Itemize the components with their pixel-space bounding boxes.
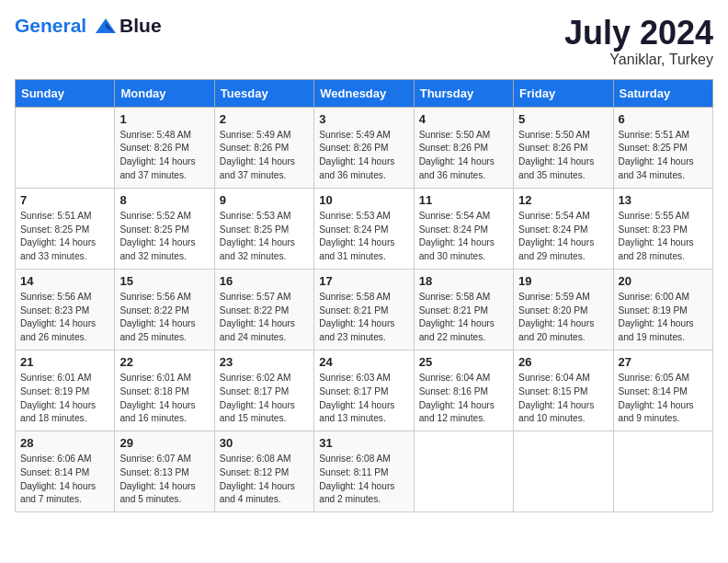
calendar-cell: 2Sunrise: 5:49 AMSunset: 8:26 PMDaylight…: [214, 107, 313, 188]
daylight-text: Daylight: 14 hoursand 23 minutes.: [319, 317, 408, 345]
daylight-text: Daylight: 14 hoursand 33 minutes.: [20, 236, 109, 264]
sunrise-text: Sunrise: 6:06 AM: [20, 453, 109, 466]
sunset-text: Sunset: 8:22 PM: [220, 304, 309, 318]
col-header-monday: Monday: [115, 79, 214, 107]
daylight-text: Daylight: 14 hoursand 10 minutes.: [518, 399, 608, 427]
sunset-text: Sunset: 8:26 PM: [220, 142, 309, 155]
cell-content: Sunrise: 5:51 AMSunset: 8:25 PMDaylight:…: [20, 210, 109, 264]
calendar-cell: 13Sunrise: 5:55 AMSunset: 8:23 PMDayligh…: [613, 188, 712, 269]
calendar-cell: 10Sunrise: 5:53 AMSunset: 8:24 PMDayligh…: [314, 188, 414, 269]
calendar-cell: 17Sunrise: 5:58 AMSunset: 8:21 PMDayligh…: [314, 269, 414, 350]
cell-content: Sunrise: 5:58 AMSunset: 8:21 PMDaylight:…: [419, 291, 508, 345]
day-number: 7: [20, 193, 109, 207]
calendar-cell: 5Sunrise: 5:50 AMSunset: 8:26 PMDaylight…: [514, 107, 613, 188]
sunrise-text: Sunrise: 5:53 AM: [319, 210, 408, 224]
calendar-cell: [16, 107, 115, 188]
sunrise-text: Sunrise: 5:58 AM: [319, 291, 408, 304]
day-number: 10: [319, 193, 408, 207]
day-number: 20: [619, 274, 708, 288]
day-number: 22: [119, 355, 209, 369]
cell-content: Sunrise: 6:04 AMSunset: 8:15 PMDaylight:…: [518, 372, 608, 426]
sunset-text: Sunset: 8:25 PM: [619, 142, 708, 155]
sunset-text: Sunset: 8:17 PM: [319, 385, 408, 399]
sunset-text: Sunset: 8:23 PM: [619, 224, 708, 237]
sunrise-text: Sunrise: 5:59 AM: [518, 291, 608, 304]
day-number: 14: [20, 274, 109, 288]
sunrise-text: Sunrise: 5:57 AM: [220, 291, 309, 304]
day-number: 28: [20, 436, 109, 450]
cell-content: Sunrise: 5:49 AMSunset: 8:26 PMDaylight:…: [220, 129, 309, 183]
day-number: 5: [518, 112, 608, 126]
day-number: 23: [220, 355, 309, 369]
calendar-cell: 25Sunrise: 6:04 AMSunset: 8:16 PMDayligh…: [414, 350, 513, 431]
daylight-text: Daylight: 14 hoursand 34 minutes.: [619, 155, 708, 183]
cell-content: Sunrise: 5:59 AMSunset: 8:20 PMDaylight:…: [518, 291, 608, 345]
cell-content: Sunrise: 5:56 AMSunset: 8:23 PMDaylight:…: [20, 291, 109, 345]
cell-content: Sunrise: 5:52 AMSunset: 8:25 PMDaylight:…: [119, 210, 209, 264]
sunrise-text: Sunrise: 5:54 AM: [518, 210, 608, 224]
daylight-text: Daylight: 14 hoursand 2 minutes.: [319, 480, 408, 508]
day-number: 15: [119, 274, 209, 288]
day-number: 6: [619, 112, 708, 126]
sunrise-text: Sunrise: 5:55 AM: [619, 210, 708, 224]
sunrise-text: Sunrise: 6:08 AM: [319, 453, 408, 466]
week-row-1: 7Sunrise: 5:51 AMSunset: 8:25 PMDaylight…: [16, 188, 713, 269]
cell-content: Sunrise: 5:53 AMSunset: 8:24 PMDaylight:…: [319, 210, 408, 264]
cell-content: Sunrise: 6:01 AMSunset: 8:19 PMDaylight:…: [20, 372, 109, 426]
cell-content: Sunrise: 6:02 AMSunset: 8:17 PMDaylight:…: [220, 372, 309, 426]
daylight-text: Daylight: 14 hoursand 13 minutes.: [319, 399, 408, 427]
week-row-2: 14Sunrise: 5:56 AMSunset: 8:23 PMDayligh…: [16, 269, 713, 350]
daylight-text: Daylight: 14 hoursand 32 minutes.: [119, 236, 209, 264]
sunrise-text: Sunrise: 6:02 AM: [220, 372, 309, 385]
sunset-text: Sunset: 8:26 PM: [518, 142, 608, 155]
daylight-text: Daylight: 14 hoursand 35 minutes.: [518, 155, 608, 183]
sunset-text: Sunset: 8:19 PM: [20, 385, 109, 399]
sunrise-text: Sunrise: 6:07 AM: [119, 453, 209, 466]
day-number: 31: [319, 436, 408, 450]
week-row-3: 21Sunrise: 6:01 AMSunset: 8:19 PMDayligh…: [16, 350, 713, 431]
daylight-text: Daylight: 14 hoursand 26 minutes.: [20, 317, 109, 345]
week-row-0: 1Sunrise: 5:48 AMSunset: 8:26 PMDaylight…: [16, 107, 713, 188]
calendar-cell: 11Sunrise: 5:54 AMSunset: 8:24 PMDayligh…: [414, 188, 513, 269]
sunrise-text: Sunrise: 5:56 AM: [119, 291, 209, 304]
daylight-text: Daylight: 14 hoursand 29 minutes.: [518, 236, 608, 264]
sunset-text: Sunset: 8:23 PM: [20, 304, 109, 318]
sunrise-text: Sunrise: 5:56 AM: [20, 291, 109, 304]
calendar-cell: 1Sunrise: 5:48 AMSunset: 8:26 PMDaylight…: [115, 107, 214, 188]
calendar-cell: [613, 431, 712, 512]
calendar-cell: 9Sunrise: 5:53 AMSunset: 8:25 PMDaylight…: [214, 188, 313, 269]
sunrise-text: Sunrise: 5:48 AM: [119, 129, 209, 143]
sunset-text: Sunset: 8:15 PM: [518, 385, 608, 399]
calendar-cell: 22Sunrise: 6:01 AMSunset: 8:18 PMDayligh…: [115, 350, 214, 431]
daylight-text: Daylight: 14 hoursand 36 minutes.: [419, 155, 508, 183]
sunset-text: Sunset: 8:16 PM: [419, 385, 508, 399]
sunset-text: Sunset: 8:26 PM: [119, 142, 209, 155]
sunset-text: Sunset: 8:21 PM: [419, 304, 508, 318]
daylight-text: Daylight: 14 hoursand 9 minutes.: [619, 399, 708, 427]
sunset-text: Sunset: 8:21 PM: [319, 304, 408, 318]
cell-content: Sunrise: 6:06 AMSunset: 8:14 PMDaylight:…: [20, 453, 109, 507]
cell-content: Sunrise: 6:05 AMSunset: 8:14 PMDaylight:…: [619, 372, 708, 426]
day-number: 27: [619, 355, 708, 369]
daylight-text: Daylight: 14 hoursand 37 minutes.: [220, 155, 309, 183]
calendar-table: SundayMondayTuesdayWednesdayThursdayFrid…: [15, 79, 713, 513]
calendar-cell: 3Sunrise: 5:49 AMSunset: 8:26 PMDaylight…: [314, 107, 414, 188]
cell-content: Sunrise: 5:48 AMSunset: 8:26 PMDaylight:…: [119, 129, 209, 183]
daylight-text: Daylight: 14 hoursand 36 minutes.: [319, 155, 408, 183]
day-number: 25: [419, 355, 508, 369]
calendar-cell: 18Sunrise: 5:58 AMSunset: 8:21 PMDayligh…: [414, 269, 513, 350]
sunset-text: Sunset: 8:25 PM: [119, 224, 209, 237]
cell-content: Sunrise: 5:54 AMSunset: 8:24 PMDaylight:…: [419, 210, 508, 264]
sunrise-text: Sunrise: 5:51 AM: [619, 129, 708, 143]
day-number: 26: [518, 355, 608, 369]
daylight-text: Daylight: 14 hoursand 15 minutes.: [220, 399, 309, 427]
day-number: 2: [220, 112, 309, 126]
sunset-text: Sunset: 8:19 PM: [619, 304, 708, 318]
col-header-friday: Friday: [514, 79, 613, 107]
sunrise-text: Sunrise: 6:01 AM: [20, 372, 109, 385]
sunset-text: Sunset: 8:14 PM: [619, 385, 708, 399]
calendar-cell: [414, 431, 513, 512]
cell-content: Sunrise: 6:00 AMSunset: 8:19 PMDaylight:…: [619, 291, 708, 345]
col-header-wednesday: Wednesday: [314, 79, 414, 107]
location-title: Yaniklar, Turkey: [564, 52, 713, 68]
